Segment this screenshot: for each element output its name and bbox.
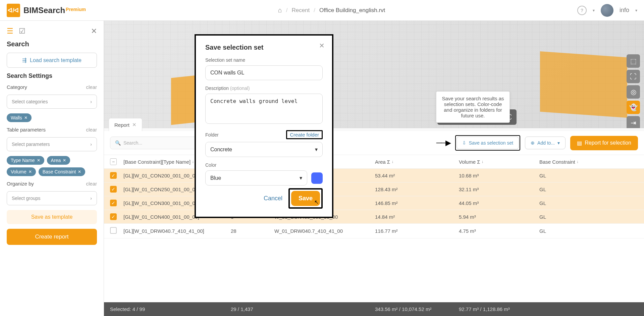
organize-select-label: Select groups — [12, 196, 41, 201]
report-for-selection-button[interactable]: ▤ Report for selection — [570, 136, 638, 150]
box-icon[interactable]: ⬚ — [627, 54, 640, 68]
row-checkbox[interactable] — [110, 227, 117, 234]
avatar[interactable] — [601, 4, 613, 17]
tooltip: Save your search results as selection se… — [436, 91, 510, 123]
row-volume: 44.05 m³ — [459, 200, 539, 206]
eye-off-icon[interactable]: ◎ — [627, 85, 640, 99]
model-viewer[interactable]: Save your search results as selection se… — [104, 21, 644, 128]
params-clear[interactable]: clear — [86, 127, 97, 133]
collapse-all-icon[interactable]: − — [110, 158, 117, 165]
table-row[interactable]: [GL][W_01_DRW040.7_410_41_00]28W_01_DRW0… — [104, 224, 644, 239]
filter-icon[interactable]: ☰ — [7, 27, 13, 36]
footer-selected: Selected: 4 / 99 — [110, 306, 231, 312]
report-search-input[interactable]: 🔍 Search... — [110, 137, 204, 149]
row-checkbox[interactable]: ✓ — [110, 200, 117, 206]
row-checkbox[interactable]: ✓ — [110, 172, 117, 179]
description-input[interactable] — [205, 94, 323, 124]
folder-label-row: Folder Create folder — [205, 130, 323, 139]
row-area: 146.85 m² — [375, 200, 459, 206]
breadcrumb: ⌂ / Recent / Office Building_english.rvt — [86, 6, 577, 14]
chip-remove-icon[interactable]: ✕ — [29, 169, 32, 174]
table-row[interactable]: ✓[GL][W_01_CON200_001_00_053.44 m²10.68 … — [104, 169, 644, 182]
optional-label: (optional) — [230, 86, 250, 91]
ghost-icon[interactable]: 👻 — [627, 101, 640, 114]
category-select-label: Select categories — [12, 99, 48, 104]
tab-close-icon[interactable]: ✕ — [132, 122, 137, 128]
organize-select[interactable]: Select groups › — [7, 191, 97, 205]
modal-close-icon[interactable]: ✕ — [319, 42, 325, 50]
table-row[interactable]: ✓[GL][W_01_CON250_001_00_0128.43 m²32.11… — [104, 182, 644, 196]
col-area[interactable]: Area Σ ↓ — [375, 159, 459, 165]
sidebar: ☰ ☑ ✕ Search ⇶ Load search template Sear… — [0, 21, 104, 316]
search-settings-title: Search Settings — [7, 72, 97, 80]
chip-label: Area — [51, 158, 61, 163]
organize-label: Organize by — [7, 181, 34, 187]
chip-remove-icon[interactable]: ✕ — [78, 169, 81, 174]
home-icon[interactable]: ⌂ — [278, 6, 282, 14]
cancel-button[interactable]: Cancel — [264, 195, 282, 202]
checklist-icon[interactable]: ☑ — [19, 27, 25, 36]
params-chips: Type Name✕ Area✕ Volume✕ Base Constraint… — [7, 156, 97, 176]
create-folder-link[interactable]: Create folder — [286, 130, 323, 139]
download-icon: ⇩ — [462, 140, 466, 146]
chip-walls[interactable]: Walls✕ — [7, 113, 32, 122]
selection-name-input[interactable] — [205, 65, 323, 80]
category-label: Category — [7, 84, 27, 90]
chevron-right-icon: › — [90, 99, 92, 104]
help-caret-icon[interactable]: ▾ — [593, 8, 595, 13]
folder-select[interactable]: Concrete ▾ — [205, 142, 323, 157]
row-checkbox[interactable]: ✓ — [110, 213, 117, 220]
params-select[interactable]: Select parameters › — [7, 137, 97, 151]
report-icon: ▤ — [577, 140, 582, 146]
chip-remove-icon[interactable]: ✕ — [24, 115, 28, 120]
row-volume: 32.11 m³ — [459, 187, 539, 192]
row-area: 14.84 m² — [375, 214, 459, 220]
chip-remove-icon[interactable]: ✕ — [37, 158, 40, 163]
close-icon[interactable]: ✕ — [91, 27, 97, 36]
user-caret-icon[interactable]: ▾ — [635, 8, 637, 13]
row-checkbox[interactable]: ✓ — [110, 186, 117, 193]
breadcrumb-current: Office Building_english.rvt — [319, 7, 385, 14]
sort-icon: ↓ — [577, 159, 579, 164]
breadcrumb-recent[interactable]: Recent — [291, 7, 310, 14]
name-label: Selection set name — [205, 57, 323, 63]
category-clear[interactable]: clear — [86, 84, 97, 90]
row-base: GL — [539, 214, 606, 220]
organize-clear[interactable]: clear — [86, 181, 97, 187]
chip-type-name[interactable]: Type Name✕ — [7, 156, 44, 165]
folder-label: Folder — [205, 132, 219, 138]
help-icon[interactable]: ? — [577, 6, 587, 15]
right-toolbar: ⬚ ⛶ ◎ 👻 ⇥ — [627, 54, 640, 128]
save-template-button[interactable]: Save as template — [7, 210, 97, 224]
chip-label: Type Name — [11, 158, 35, 163]
category-select[interactable]: Select categories › — [7, 95, 97, 109]
params-label: Table parameters — [7, 127, 46, 133]
content: Save your search results as selection se… — [104, 21, 644, 316]
chip-area[interactable]: Area✕ — [47, 156, 70, 165]
header-right: ? ▾ info ▾ — [577, 4, 637, 17]
search-title: Search — [7, 40, 97, 48]
table-row[interactable]: ✓[GL][W_01_CON300_001_00_0146.85 m²44.05… — [104, 196, 644, 210]
chip-base-constraint[interactable]: Base Constraint✕ — [39, 167, 86, 176]
chip-volume[interactable]: Volume✕ — [7, 167, 36, 176]
add-to-button[interactable]: ⊕ Add to... ▾ — [525, 137, 566, 149]
row-volume: 4.75 m³ — [459, 228, 539, 234]
cursor-icon: ↖ — [314, 199, 319, 205]
col-base[interactable]: Base Constraint ↓ — [539, 159, 606, 165]
table-body: ✓[GL][W_01_CON200_001_00_053.44 m²10.68 … — [104, 169, 644, 239]
color-select[interactable]: Blue ▾ — [205, 170, 307, 186]
create-report-button[interactable]: Create report — [7, 229, 97, 245]
save-selection-set-button[interactable]: ⇩ Save as selection set — [457, 137, 519, 149]
col-volume[interactable]: Volume Σ ↓ — [459, 159, 539, 165]
report-area: Report ✕ 🔍 Search... ──▶ ⇩ Save as selec… — [104, 128, 644, 316]
load-template-button[interactable]: ⇶ Load search template — [7, 53, 97, 68]
chip-label: Volume — [11, 169, 26, 174]
table-row[interactable]: ✓[GL][W_01_CON400_001_00_00]1W_01_CON400… — [104, 210, 644, 224]
search-placeholder: Search... — [123, 140, 142, 146]
row-base: GL — [539, 200, 606, 206]
footer-count: 29 / 1,437 — [231, 306, 274, 312]
tab-report[interactable]: Report ✕ — [109, 118, 142, 131]
chip-remove-icon[interactable]: ✕ — [63, 158, 66, 163]
focus-icon[interactable]: ⛶ — [627, 70, 640, 83]
color-swatch — [311, 172, 323, 184]
